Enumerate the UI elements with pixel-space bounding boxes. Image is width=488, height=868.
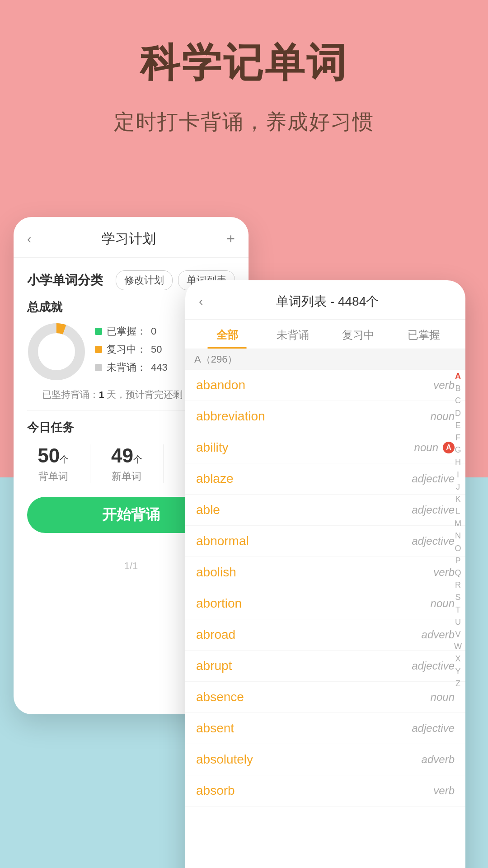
task-total-label: 背单词 bbox=[38, 470, 69, 483]
word-type: adjective bbox=[412, 722, 455, 735]
modify-plan-button[interactable]: 修改计划 bbox=[116, 270, 173, 290]
left-card-header: ‹ 学习计划 + bbox=[14, 217, 249, 258]
word-row[interactable]: abilitynounA bbox=[185, 432, 465, 463]
alpha-letter-n[interactable]: N bbox=[454, 530, 462, 542]
alpha-letter-c[interactable]: C bbox=[454, 395, 462, 406]
legend-reviewing-label: 复习中： bbox=[107, 343, 146, 356]
alpha-letter-y[interactable]: Y bbox=[454, 666, 462, 677]
alpha-letter-f[interactable]: F bbox=[454, 432, 462, 443]
word-type: verb bbox=[433, 784, 455, 797]
alpha-letter-k[interactable]: K bbox=[454, 494, 462, 505]
alpha-letter-d[interactable]: D bbox=[454, 408, 462, 419]
word-name: abroad bbox=[196, 627, 235, 642]
task-new-num: 49 bbox=[111, 444, 133, 467]
main-title: 科学记单词 bbox=[0, 36, 488, 90]
alpha-letter-o[interactable]: O bbox=[454, 543, 462, 554]
word-row[interactable]: abroadadverb bbox=[185, 619, 465, 651]
tab-reviewing[interactable]: 复习中 bbox=[325, 320, 391, 349]
word-row[interactable]: absorbverb bbox=[185, 775, 465, 807]
alpha-letter-b[interactable]: B bbox=[454, 383, 462, 394]
alpha-letter-e[interactable]: E bbox=[454, 420, 462, 431]
task-new-unit: 个 bbox=[133, 454, 142, 464]
dot-reviewing bbox=[95, 346, 102, 353]
word-type: adverb bbox=[422, 753, 455, 766]
word-row[interactable]: abortionnoun bbox=[185, 588, 465, 619]
alpha-letter-z[interactable]: Z bbox=[454, 678, 462, 689]
alpha-letter-l[interactable]: L bbox=[454, 506, 462, 517]
task-new-row: 49个 bbox=[111, 444, 142, 467]
back-icon-left[interactable]: ‹ bbox=[27, 232, 31, 246]
alpha-letter-i[interactable]: I bbox=[454, 469, 462, 481]
word-type: adjective bbox=[412, 504, 455, 516]
word-row[interactable]: absentadjective bbox=[185, 713, 465, 744]
alpha-letter-h[interactable]: H bbox=[454, 457, 462, 468]
word-row[interactable]: abruptadjective bbox=[185, 651, 465, 682]
word-row[interactable]: ablazeadjective bbox=[185, 463, 465, 495]
word-type: noun bbox=[431, 410, 455, 423]
alpha-letter-s[interactable]: S bbox=[454, 592, 462, 603]
subtitle: 定时打卡背诵，养成好习惯 bbox=[0, 108, 488, 136]
tab-all[interactable]: 全部 bbox=[194, 320, 260, 349]
alpha-letter-v[interactable]: V bbox=[454, 629, 462, 640]
word-row[interactable]: abnormaladjective bbox=[185, 526, 465, 557]
alpha-letter-x[interactable]: X bbox=[454, 653, 462, 665]
word-name: ability bbox=[196, 440, 229, 455]
tabs-row: 全部 未背诵 复习中 已掌握 bbox=[185, 320, 465, 349]
word-type: noun bbox=[414, 441, 438, 454]
tab-mastered[interactable]: 已掌握 bbox=[391, 320, 456, 349]
streak-prefix: 已坚持背诵： bbox=[42, 389, 99, 400]
word-name: absence bbox=[196, 690, 244, 704]
word-row[interactable]: absencenoun bbox=[185, 682, 465, 713]
word-row[interactable]: abandonverb bbox=[185, 370, 465, 401]
word-row[interactable]: abolishverb bbox=[185, 557, 465, 588]
alpha-letter-p[interactable]: P bbox=[454, 555, 462, 566]
tab-unlearned[interactable]: 未背诵 bbox=[260, 320, 325, 349]
word-row[interactable]: ableadjective bbox=[185, 495, 465, 526]
alpha-letter-m[interactable]: M bbox=[454, 518, 462, 529]
alphabet-sidebar: ABCDEFGHIJKLMNOPQRSTUVWXYZ bbox=[454, 371, 462, 689]
alpha-letter-q[interactable]: Q bbox=[454, 567, 462, 579]
alpha-letter-g[interactable]: G bbox=[454, 444, 462, 456]
word-name: ablaze bbox=[196, 472, 234, 486]
alpha-letter-r[interactable]: R bbox=[454, 580, 462, 591]
word-type: verb bbox=[433, 566, 455, 579]
left-card-title: 学习计划 bbox=[31, 230, 226, 248]
word-row[interactable]: absolutelyadverb bbox=[185, 744, 465, 775]
word-name: abbreviation bbox=[196, 409, 265, 424]
back-icon-right[interactable]: ‹ bbox=[199, 294, 203, 309]
alpha-letter-w[interactable]: W bbox=[454, 641, 462, 652]
word-type: adjective bbox=[412, 472, 455, 485]
word-name: absent bbox=[196, 721, 234, 736]
word-type: verb bbox=[433, 379, 455, 392]
alpha-letter-a[interactable]: A bbox=[454, 371, 462, 382]
word-name: abandon bbox=[196, 378, 245, 392]
task-total-unit: 个 bbox=[60, 454, 69, 464]
category-label: 小学单词分类 bbox=[27, 272, 103, 289]
word-name: abnormal bbox=[196, 534, 249, 548]
word-type: adjective bbox=[412, 660, 455, 672]
task-total-num: 50 bbox=[38, 444, 60, 467]
word-name: abortion bbox=[196, 596, 242, 611]
task-new: 49个 新单词 bbox=[111, 444, 142, 483]
word-name: abrupt bbox=[196, 659, 232, 673]
alpha-letter-j[interactable]: J bbox=[454, 481, 462, 493]
donut-chart bbox=[27, 322, 86, 381]
task-total-row: 50个 bbox=[38, 444, 69, 467]
card-word-list: ‹ 单词列表 - 4484个 全部 未背诵 复习中 已掌握 A（296） aba… bbox=[185, 280, 465, 868]
task-new-label: 新单词 bbox=[111, 470, 142, 483]
cards-area: ‹ 学习计划 + 小学单词分类 修改计划 单词列表 总成就 bbox=[0, 190, 488, 868]
alpha-letter-u[interactable]: U bbox=[454, 617, 462, 628]
word-row[interactable]: abbreviationnoun bbox=[185, 401, 465, 432]
legend-unlearned-value: 443 bbox=[151, 362, 168, 373]
task-divider-v2 bbox=[163, 444, 164, 483]
word-name: absorb bbox=[196, 783, 235, 798]
task-total: 50个 背单词 bbox=[38, 444, 69, 483]
dot-mastered bbox=[95, 328, 102, 335]
top-section: 科学记单词 定时打卡背诵，养成好习惯 bbox=[0, 0, 488, 136]
right-card-title: 单词列表 - 4484个 bbox=[203, 293, 452, 310]
plus-icon[interactable]: + bbox=[226, 231, 235, 247]
word-name: abolish bbox=[196, 565, 236, 580]
alpha-letter-t[interactable]: T bbox=[454, 604, 462, 616]
word-type: adverb bbox=[422, 628, 455, 641]
word-name: able bbox=[196, 503, 220, 517]
